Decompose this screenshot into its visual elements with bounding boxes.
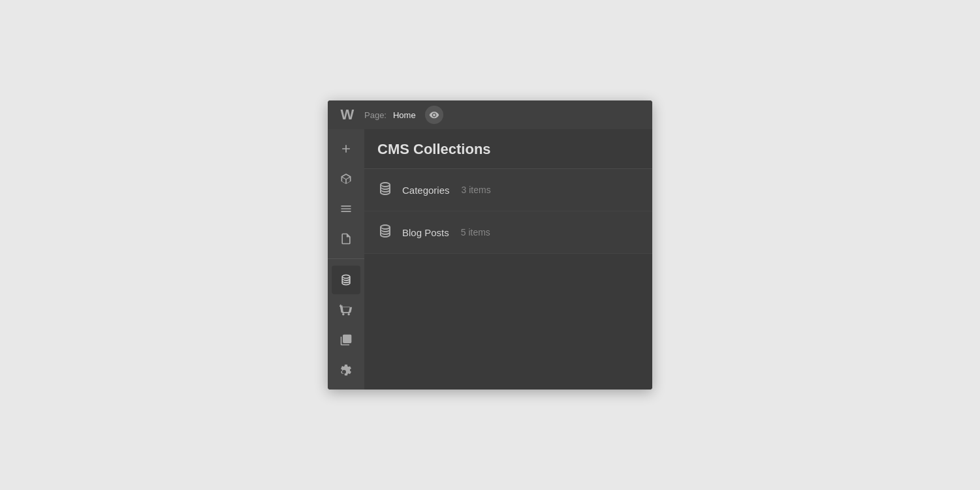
cms-header: CMS Collections <box>364 129 652 169</box>
pages-button[interactable] <box>332 224 360 253</box>
page-name: Home <box>393 110 416 120</box>
collection-count: 5 items <box>461 227 490 237</box>
settings-button[interactable] <box>332 356 360 384</box>
cms-title: CMS Collections <box>377 141 639 158</box>
components-button[interactable] <box>332 164 360 193</box>
pages-icon <box>340 232 353 245</box>
cms-panel: CMS Collections Categories 3 items Blog … <box>364 129 652 390</box>
assets-button[interactable] <box>332 326 360 354</box>
plus-icon <box>340 142 353 155</box>
icon-rail <box>328 129 364 390</box>
box-icon <box>340 172 353 185</box>
webflow-logo: W <box>337 106 358 123</box>
navigator-button[interactable] <box>332 194 360 223</box>
add-element-button[interactable] <box>332 134 360 163</box>
main-layout: CMS Collections Categories 3 items Blog … <box>328 129 652 390</box>
collection-name: Blog Posts <box>402 227 449 238</box>
app-window: W Page: Home <box>328 100 652 390</box>
ecommerce-button[interactable] <box>332 296 360 324</box>
database-icon <box>377 223 393 241</box>
collection-name: Categories <box>402 185 450 196</box>
gear-icon <box>340 363 353 376</box>
collection-list: Categories 3 items Blog Posts 5 items <box>364 169 652 254</box>
assets-icon <box>340 333 353 346</box>
collection-item[interactable]: Categories 3 items <box>364 169 652 211</box>
database-icon <box>377 181 393 199</box>
top-bar: W Page: Home <box>328 100 652 129</box>
eye-icon <box>429 110 439 120</box>
database-icon <box>340 273 353 286</box>
collection-item[interactable]: Blog Posts 5 items <box>364 211 652 254</box>
navigator-icon <box>340 202 353 215</box>
collection-count: 3 items <box>462 185 491 195</box>
preview-button[interactable] <box>425 106 443 124</box>
cart-icon <box>340 303 353 316</box>
page-label: Page: <box>364 110 387 120</box>
cms-button[interactable] <box>332 266 360 294</box>
